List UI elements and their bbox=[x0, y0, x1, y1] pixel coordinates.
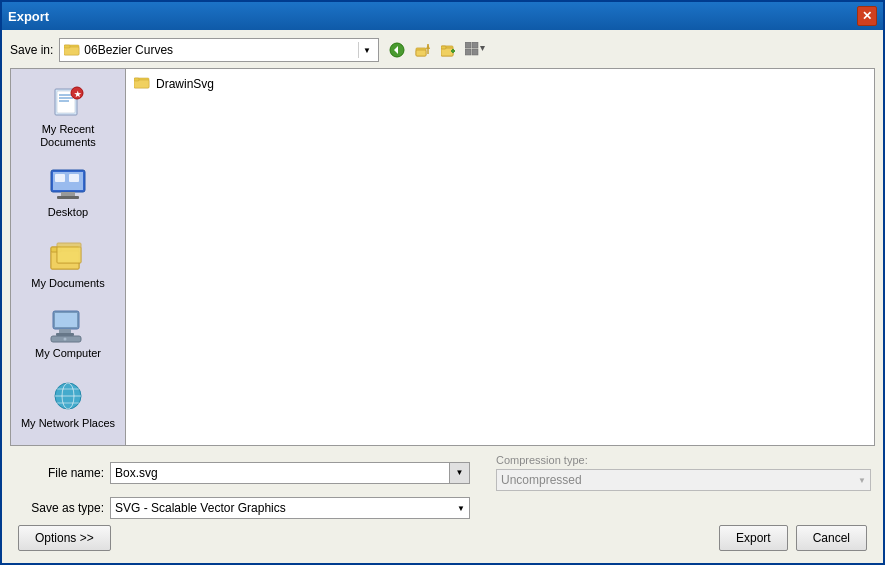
file-name-row: File name: ▼ Compression type: Uncompres… bbox=[14, 454, 871, 491]
svg-rect-36 bbox=[57, 247, 81, 263]
export-button[interactable]: Export bbox=[719, 525, 788, 551]
file-name-input[interactable] bbox=[111, 463, 449, 483]
top-bar: Save in: 06Bezier Curves ▼ bbox=[10, 38, 875, 62]
svg-point-42 bbox=[64, 337, 67, 340]
svg-rect-38 bbox=[55, 313, 77, 327]
svg-rect-11 bbox=[441, 46, 446, 49]
compression-label: Compression type: bbox=[496, 454, 871, 466]
compression-value: Uncompressed bbox=[501, 473, 858, 487]
save-in-dropdown[interactable]: 06Bezier Curves ▼ bbox=[59, 38, 379, 62]
title-text: Export bbox=[8, 9, 49, 24]
svg-rect-14 bbox=[465, 42, 471, 48]
nav-item-computer[interactable]: My Computer bbox=[15, 301, 121, 367]
btn-right-group: Export Cancel bbox=[719, 525, 867, 551]
network-label: My Network Places bbox=[21, 417, 115, 430]
current-folder-text: 06Bezier Curves bbox=[84, 43, 358, 57]
toolbar-buttons bbox=[385, 38, 487, 62]
export-dialog: Export ✕ Save in: 06Bezier Curves ▼ bbox=[0, 0, 885, 565]
recent-label: My RecentDocuments bbox=[40, 123, 96, 149]
svg-rect-16 bbox=[465, 49, 471, 55]
dropdown-arrow: ▼ bbox=[358, 42, 374, 58]
bottom-area: File name: ▼ Compression type: Uncompres… bbox=[10, 446, 875, 555]
computer-label: My Computer bbox=[35, 347, 101, 360]
cancel-button[interactable]: Cancel bbox=[796, 525, 867, 551]
dialog-body: Save in: 06Bezier Curves ▼ bbox=[2, 30, 883, 563]
file-item-drawinsvg[interactable]: DrawinSvg bbox=[130, 73, 870, 94]
close-button[interactable]: ✕ bbox=[857, 6, 877, 26]
nav-item-network[interactable]: My Network Places bbox=[15, 371, 121, 437]
compression-section: Compression type: Uncompressed ▼ bbox=[496, 454, 871, 491]
back-button[interactable] bbox=[385, 38, 409, 62]
svg-marker-18 bbox=[480, 46, 485, 51]
options-button[interactable]: Options >> bbox=[18, 525, 111, 551]
documents-label: My Documents bbox=[31, 277, 104, 290]
main-area: ★ My RecentDocuments bbox=[10, 68, 875, 446]
nav-item-documents[interactable]: My Documents bbox=[15, 231, 121, 297]
computer-icon bbox=[48, 308, 88, 344]
svg-rect-29 bbox=[57, 196, 79, 199]
save-as-type-value: SVG - Scalable Vector Graphics bbox=[115, 501, 457, 515]
save-as-type-row: Save as type: SVG - Scalable Vector Grap… bbox=[14, 497, 871, 519]
up-button[interactable] bbox=[411, 38, 435, 62]
svg-rect-6 bbox=[416, 50, 426, 56]
recent-icon: ★ bbox=[48, 84, 88, 120]
svg-rect-28 bbox=[61, 192, 75, 196]
save-in-label: Save in: bbox=[10, 43, 53, 57]
file-name-input-container[interactable]: ▼ bbox=[110, 462, 470, 484]
button-row: Options >> Export Cancel bbox=[14, 525, 871, 551]
view-button[interactable] bbox=[463, 38, 487, 62]
title-bar: Export ✕ bbox=[2, 2, 883, 30]
desktop-label: Desktop bbox=[48, 206, 88, 219]
save-as-type-arrow: ▼ bbox=[457, 504, 465, 513]
left-panel: ★ My RecentDocuments bbox=[11, 69, 126, 445]
network-icon bbox=[48, 378, 88, 414]
nav-item-desktop[interactable]: Desktop bbox=[15, 160, 121, 226]
file-name-label: File name: bbox=[14, 466, 104, 480]
save-as-type-dropdown[interactable]: SVG - Scalable Vector Graphics ▼ bbox=[110, 497, 470, 519]
file-area: DrawinSvg bbox=[126, 69, 874, 445]
compression-dropdown: Uncompressed ▼ bbox=[496, 469, 871, 491]
svg-rect-15 bbox=[472, 42, 478, 48]
desktop-icon bbox=[48, 167, 88, 203]
compression-arrow: ▼ bbox=[858, 476, 866, 485]
file-name-dropdown-arrow[interactable]: ▼ bbox=[449, 463, 469, 483]
svg-rect-31 bbox=[69, 174, 79, 182]
folder-icon bbox=[64, 42, 80, 59]
new-folder-button[interactable] bbox=[437, 38, 461, 62]
nav-item-recent[interactable]: ★ My RecentDocuments bbox=[15, 77, 121, 156]
save-as-type-label: Save as type: bbox=[14, 501, 104, 515]
svg-rect-50 bbox=[134, 78, 139, 81]
folder-item-icon bbox=[134, 75, 150, 92]
svg-text:★: ★ bbox=[74, 90, 82, 99]
file-item-name: DrawinSvg bbox=[156, 77, 214, 91]
svg-rect-30 bbox=[55, 174, 65, 182]
svg-rect-2 bbox=[64, 45, 70, 48]
svg-rect-17 bbox=[472, 49, 478, 55]
svg-rect-39 bbox=[59, 329, 71, 333]
documents-icon bbox=[48, 238, 88, 274]
